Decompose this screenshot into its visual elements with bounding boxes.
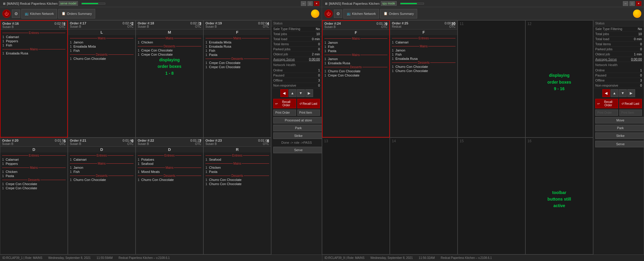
left-mode-badge: serve model: [59, 1, 78, 6]
left-nav-up-btn[interactable]: ▲: [289, 89, 296, 97]
mains2-section-9: Mains: [324, 53, 387, 57]
left-close-btn[interactable]: ✕: [314, 1, 319, 6]
order-customer-3: Susan B: [138, 25, 154, 28]
item-row: 1Crepe Con Chocolate: [2, 182, 66, 186]
item-row: 1Chicken: [205, 165, 269, 170]
order-role-9: F: [323, 30, 389, 35]
left-minimize-btn[interactable]: ─: [301, 1, 306, 6]
left-settings-btn[interactable]: ⚙: [12, 10, 20, 18]
right-recall-last-btn[interactable]: ↺Recall Last: [619, 99, 642, 108]
right-maximize-btn[interactable]: □: [629, 1, 635, 6]
order-box-num-9: 9: [385, 22, 387, 26]
right-nav-up-btn[interactable]: ▲: [611, 89, 618, 97]
right-close-btn[interactable]: ✕: [636, 1, 641, 6]
order-box-12[interactable]: 12 displayingorder boxes9 - 16: [525, 20, 593, 137]
left-park-btn[interactable]: Park: [273, 125, 322, 131]
desserts-section-10: Desserts: [392, 61, 455, 65]
right-nav-down-btn[interactable]: ▼: [619, 89, 627, 97]
right-network-label: Kitchen Network: [352, 12, 376, 15]
left-network-icon: 📺: [25, 12, 29, 15]
left-nav-left-btn[interactable]: ◀: [280, 89, 288, 97]
order-customer-5: Susan B: [2, 142, 18, 146]
right-move-btn[interactable]: Move: [595, 117, 644, 124]
order-box-1[interactable]: Order #:16 Susan B 0:02:59 OTC 1 Entrees: [0, 20, 68, 137]
left-kitchen-network-btn[interactable]: 📺 Kitchen Network: [21, 9, 57, 18]
order-box-9[interactable]: Order #:24 Susan B 0:01:28 OTC 9 F: [322, 20, 390, 137]
item-row: 1Jamon: [324, 40, 387, 45]
item-row: 1Calamari: [2, 35, 65, 39]
left-nav-down-btn[interactable]: ▼: [297, 89, 305, 97]
order-role-6: D: [68, 147, 135, 152]
right-nav-right-btn[interactable]: ▶: [627, 89, 635, 97]
left-strike-btn[interactable]: Strike: [273, 132, 322, 139]
order-box-3[interactable]: Order #:18 Susan B 0:02:29 OTC 3 M: [136, 20, 203, 137]
left-print-item-btn[interactable]: Print Item: [297, 110, 320, 116]
order-role-5: D: [0, 147, 67, 152]
right-toolbar: ⏻ ⚙ 📺 Kitchen Network 📋 Orders Summary: [322, 7, 644, 20]
left-print-order-btn[interactable]: Print Order: [273, 110, 296, 116]
item-row: 1Fish: [70, 49, 133, 53]
order-box-num-5: 5: [64, 139, 66, 143]
box-num-11: 11: [458, 21, 525, 27]
left-toolbar: ⏻ ⚙ 📺 Kitchen Network 📋 Orders Summary: [0, 7, 322, 20]
right-progress-fill: [400, 3, 417, 4]
recall-last-icon-r: ↺: [621, 102, 624, 105]
box-num-13: 13: [322, 138, 389, 144]
box-num-12: 12: [526, 21, 593, 27]
desserts-section-3: Desserts: [138, 44, 201, 48]
order-header-10: Order #:25 Redcat 0:00:45 OTC 10: [390, 21, 457, 29]
order-box-10[interactable]: Order #:25 Redcat 0:00:45 OTC 10 F: [390, 20, 458, 137]
right-serve-btn[interactable]: Serve: [595, 141, 644, 147]
order-content-8: Entrees 1Seafood Mains 1Chicken 1Pasta: [204, 152, 271, 254]
right-park-btn[interactable]: Park: [595, 125, 644, 131]
right-recall-order-btn[interactable]: ↩Recall Order: [595, 99, 618, 108]
right-settings-btn[interactable]: ⚙: [334, 10, 342, 18]
display-placeholder-left: displayingorder boxes1 - 8: [138, 57, 201, 76]
order-box-5[interactable]: Order #:20 Susan B 0:01:51 OTC 5 D: [0, 137, 68, 255]
left-window-icon: 🖥: [2, 2, 6, 5]
right-total-items-row: Total items 0: [593, 42, 644, 47]
right-summary-label: Orders Summary: [389, 12, 414, 15]
right-print-order-btn[interactable]: Print Order: [595, 110, 618, 116]
left-nav-right-btn[interactable]: ▶: [305, 89, 313, 97]
display-placeholder-toolbar: toolbarbuttons stillactive: [526, 144, 593, 254]
order-num-7: Order #:22: [138, 139, 154, 142]
order-box-16[interactable]: 16 toolbarbuttons stillactive: [525, 137, 593, 255]
order-box-num-6: 6: [131, 139, 133, 143]
left-power-btn[interactable]: ⏻: [2, 10, 11, 18]
order-box-8[interactable]: Order #:23 Susan B 0:01:08 OTC 8 R: [203, 137, 271, 255]
right-strike-btn[interactable]: Strike: [595, 132, 644, 139]
left-recall-last-btn[interactable]: ↺Recall Last: [297, 99, 320, 108]
right-network-icon: 📺: [347, 12, 351, 15]
order-box-4[interactable]: Order #:19 Susan B 0:02:04 OTC 4 F: [203, 20, 271, 137]
left-processed-btn[interactable]: Processed at store: [273, 117, 322, 124]
order-box-6[interactable]: Order #:21 Susan B 0:01:40 OTC 6 D: [68, 137, 136, 255]
right-minimize-btn[interactable]: ─: [623, 1, 628, 6]
order-box-num-2: 2: [131, 21, 133, 26]
right-power-btn[interactable]: ⏻: [324, 10, 333, 18]
order-box-14[interactable]: 14: [390, 137, 458, 255]
left-orders-summary-btn[interactable]: 📋 Orders Summary: [58, 9, 95, 18]
left-recall-order-btn[interactable]: ↩Recall Order: [273, 99, 296, 108]
item-row: 1Ensalada Rusa: [205, 44, 269, 49]
right-sale-type-row: Sale Type Filtering No: [593, 26, 644, 32]
left-offline-row: Offline 3: [271, 78, 322, 83]
right-kitchen-network-btn[interactable]: 📺 Kitchen Network: [343, 9, 379, 18]
right-print-item-btn[interactable]: Print Item: [619, 110, 642, 116]
left-status-bar: ID:RCLAP39_1 | Role: MAINS Wednesday, Se…: [0, 254, 322, 261]
order-box-15[interactable]: 15: [458, 137, 525, 255]
order-box-7[interactable]: Order #:22 Susan B 0:01:23 OTC 7 D: [136, 137, 203, 255]
order-box-2[interactable]: Order #:17 Susan B 0:02:42 OTC 2 L: [68, 20, 136, 137]
left-status-title: Status: [271, 20, 322, 26]
order-box-11[interactable]: 11: [458, 20, 525, 137]
order-num-2: Order #:17: [70, 21, 86, 25]
right-nav-left-btn[interactable]: ◀: [602, 89, 610, 97]
left-maximize-btn[interactable]: □: [307, 1, 313, 6]
order-box-13[interactable]: 13: [322, 137, 390, 255]
order-customer-10: Redcat: [392, 25, 408, 28]
left-serve-btn[interactable]: Serve: [273, 147, 322, 153]
right-orders-summary-btn[interactable]: 📋 Orders Summary: [380, 9, 417, 18]
order-header-5: Order #:20 Susan B 0:01:51 OTC 5: [0, 138, 67, 147]
item-row: 1Fish: [392, 52, 455, 57]
right-online-row: Online 1: [593, 68, 644, 73]
